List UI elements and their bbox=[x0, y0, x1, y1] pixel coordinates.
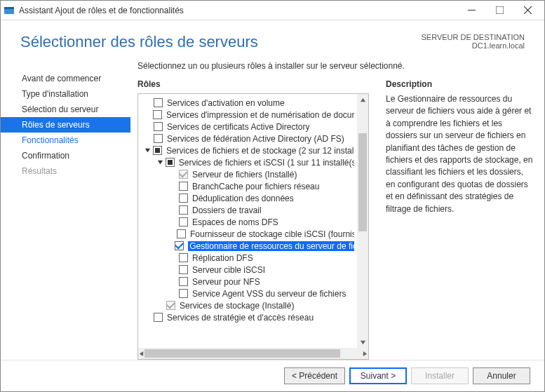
role-label[interactable]: Déduplication des données bbox=[192, 194, 294, 203]
role-checkbox bbox=[179, 170, 188, 179]
expand-arrow bbox=[169, 218, 177, 227]
expand-arrow bbox=[144, 111, 152, 119]
roles-heading: Rôles bbox=[137, 79, 369, 89]
minimize-button[interactable] bbox=[457, 1, 485, 20]
nav-step-1[interactable]: Type d'installation bbox=[1, 86, 130, 102]
role-checkbox[interactable] bbox=[179, 253, 188, 262]
horizontal-scrollbar[interactable] bbox=[138, 348, 368, 359]
role-row[interactable]: Services de certificats Active Directory bbox=[144, 121, 354, 133]
role-label[interactable]: Services de fichiers et iSCSI (1 sur 11 … bbox=[179, 158, 354, 168]
wizard-window: Assistant Ajout de rôles et de fonctionn… bbox=[0, 0, 545, 392]
role-checkbox[interactable] bbox=[179, 217, 188, 227]
role-row[interactable]: BranchCache pour fichiers réseau bbox=[144, 180, 354, 192]
footer: < Précédent Suivant > Installer Annuler bbox=[1, 360, 544, 391]
role-checkbox[interactable] bbox=[154, 313, 163, 322]
role-label[interactable]: Services d'impression et de numérisation… bbox=[166, 110, 354, 120]
role-checkbox bbox=[166, 301, 175, 310]
previous-button[interactable]: < Précédent bbox=[284, 367, 345, 384]
role-checkbox[interactable] bbox=[153, 110, 162, 119]
role-row[interactable]: Services de fichiers et iSCSI (1 sur 11 … bbox=[144, 156, 354, 168]
role-checkbox[interactable] bbox=[154, 122, 163, 131]
expand-arrow bbox=[144, 135, 152, 143]
role-checkbox[interactable] bbox=[179, 182, 188, 191]
svg-marker-6 bbox=[145, 149, 150, 152]
header: Sélectionner des rôles de serveurs SERVE… bbox=[1, 20, 544, 61]
expand-arrow bbox=[144, 99, 152, 107]
vertical-scroll-thumb[interactable] bbox=[358, 133, 367, 231]
role-row[interactable]: Dossiers de travail bbox=[144, 204, 354, 216]
destination-value: DC1.learn.local bbox=[421, 41, 525, 50]
close-button[interactable] bbox=[513, 1, 541, 20]
svg-marker-10 bbox=[140, 351, 143, 356]
role-row[interactable]: Service Agent VSS du serveur de fichiers bbox=[144, 288, 354, 299]
expand-arrow bbox=[166, 242, 174, 250]
role-checkbox[interactable] bbox=[177, 229, 186, 238]
role-label[interactable]: Serveur cible iSCSI bbox=[192, 265, 265, 275]
role-checkbox[interactable] bbox=[179, 289, 188, 298]
role-row[interactable]: Services de stockage (Installé) bbox=[144, 299, 354, 311]
role-label[interactable]: Services d'activation en volume bbox=[167, 98, 285, 108]
role-row[interactable]: Services de fédération Active Directory … bbox=[144, 133, 354, 144]
role-label[interactable]: Serveur pour NFS bbox=[192, 277, 260, 287]
titlebar: Assistant Ajout de rôles et de fonctionn… bbox=[1, 1, 544, 20]
nav-step-3[interactable]: Rôles de serveurs bbox=[1, 117, 130, 133]
role-label[interactable]: Réplication DFS bbox=[192, 253, 253, 263]
role-row[interactable]: Espaces de noms DFS bbox=[144, 216, 354, 228]
role-checkbox[interactable] bbox=[179, 205, 188, 215]
nav-step-0[interactable]: Avant de commencer bbox=[1, 71, 130, 86]
destination-label: SERVEUR DE DESTINATION bbox=[421, 33, 525, 41]
role-row[interactable]: Gestionnaire de ressources du serveur de… bbox=[144, 240, 354, 252]
role-row[interactable]: Fournisseur de stockage cible iSCSI (fou… bbox=[144, 228, 354, 240]
scroll-down-button[interactable] bbox=[357, 337, 368, 348]
role-label[interactable]: Services de certificats Active Directory bbox=[167, 122, 309, 132]
role-label[interactable]: Dossiers de travail bbox=[192, 205, 262, 215]
expand-arrow bbox=[169, 194, 177, 203]
role-row[interactable]: Serveur pour NFS bbox=[144, 276, 354, 288]
nav-step-2[interactable]: Sélection du serveur bbox=[1, 102, 130, 117]
role-label[interactable]: Services de stockage (Installé) bbox=[180, 301, 294, 311]
scroll-right-button[interactable] bbox=[362, 348, 368, 359]
install-button: Installer bbox=[411, 367, 469, 384]
svg-rect-1 bbox=[4, 7, 14, 9]
horizontal-scroll-track[interactable] bbox=[144, 348, 362, 359]
nav-step-4[interactable]: Fonctionnalités bbox=[1, 133, 130, 148]
role-checkbox[interactable] bbox=[175, 241, 184, 250]
roles-tree-inner[interactable]: Services d'activation en volumeServices … bbox=[138, 94, 357, 348]
role-label[interactable]: Gestionnaire de ressources du serveur de… bbox=[188, 241, 354, 251]
role-label[interactable]: Services de fichiers et de stockage (2 s… bbox=[166, 146, 354, 156]
role-checkbox[interactable] bbox=[179, 277, 188, 286]
role-label[interactable]: Service Agent VSS du serveur de fichiers bbox=[192, 289, 346, 299]
role-row[interactable]: Services de fichiers et de stockage (2 s… bbox=[144, 144, 354, 156]
role-checkbox[interactable] bbox=[179, 265, 188, 274]
role-label[interactable]: Services de fédération Active Directory … bbox=[167, 134, 344, 144]
role-label[interactable]: Espaces de noms DFS bbox=[192, 217, 278, 227]
role-row[interactable]: Déduplication des données bbox=[144, 192, 354, 204]
role-row[interactable]: Serveur cible iSCSI bbox=[144, 264, 354, 276]
vertical-scrollbar[interactable] bbox=[357, 94, 368, 348]
role-checkbox[interactable] bbox=[153, 146, 162, 155]
cancel-button[interactable]: Annuler bbox=[473, 367, 530, 384]
scroll-up-button[interactable] bbox=[357, 94, 368, 105]
next-button[interactable]: Suivant > bbox=[349, 367, 407, 384]
expand-arrow[interactable] bbox=[144, 147, 152, 155]
expand-arrow[interactable] bbox=[156, 158, 164, 167]
role-row[interactable]: Services de stratégie et d'accès réseau bbox=[144, 311, 354, 323]
role-row[interactable]: Réplication DFS bbox=[144, 252, 354, 264]
role-label[interactable]: Fournisseur de stockage cible iSCSI (fou… bbox=[190, 229, 354, 239]
role-row[interactable]: Services d'impression et de numérisation… bbox=[144, 109, 354, 121]
nav-step-6: Résultats bbox=[1, 163, 130, 179]
role-label[interactable]: Services de stratégie et d'accès réseau bbox=[167, 313, 314, 323]
role-row[interactable]: Services d'activation en volume bbox=[144, 97, 354, 109]
maximize-button[interactable] bbox=[485, 1, 513, 20]
role-label[interactable]: BranchCache pour fichiers réseau bbox=[192, 182, 319, 191]
role-row[interactable]: Serveur de fichiers (Installé) bbox=[144, 168, 354, 180]
role-checkbox[interactable] bbox=[154, 98, 163, 107]
horizontal-scroll-thumb[interactable] bbox=[144, 349, 340, 358]
role-checkbox[interactable] bbox=[179, 194, 188, 203]
vertical-scroll-track[interactable] bbox=[357, 105, 368, 337]
nav-step-5[interactable]: Confirmation bbox=[1, 148, 130, 163]
role-checkbox[interactable] bbox=[154, 134, 163, 143]
role-checkbox[interactable] bbox=[166, 158, 175, 167]
role-label[interactable]: Serveur de fichiers (Installé) bbox=[192, 170, 297, 180]
scroll-left-button[interactable] bbox=[138, 348, 144, 359]
